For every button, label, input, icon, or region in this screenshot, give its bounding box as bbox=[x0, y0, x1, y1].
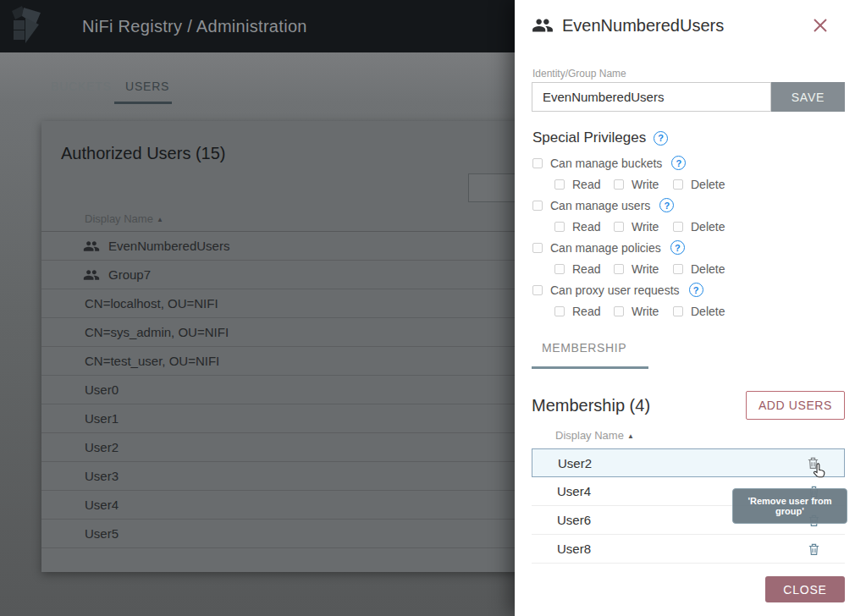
privileges-list: Can manage buckets ? Read Write Delete C… bbox=[532, 152, 845, 322]
option-label: Write bbox=[632, 262, 659, 276]
checkbox[interactable] bbox=[532, 285, 543, 295]
row-label: CN=sys_admin, OU=NIFI bbox=[85, 325, 229, 339]
option-write[interactable]: Write bbox=[614, 305, 673, 318]
option-read[interactable]: Read bbox=[554, 178, 614, 191]
remove-user-icon[interactable] bbox=[807, 542, 821, 557]
checkbox[interactable] bbox=[554, 264, 565, 274]
option-delete[interactable]: Delete bbox=[673, 220, 732, 234]
option-write[interactable]: Write bbox=[614, 220, 673, 234]
option-read[interactable]: Read bbox=[554, 262, 614, 276]
privilege-label[interactable]: Can manage policies bbox=[550, 241, 661, 255]
privilege-options: Read Write Delete bbox=[532, 300, 845, 322]
privilege-label[interactable]: Can manage users bbox=[550, 199, 650, 212]
option-delete[interactable]: Delete bbox=[673, 305, 732, 318]
option-label: Read bbox=[572, 178, 600, 191]
privilege-options: Read Write Delete bbox=[532, 216, 845, 237]
drawer-title: EvenNumberedUsers bbox=[562, 16, 724, 36]
checkbox[interactable] bbox=[673, 179, 683, 190]
option-label: Write bbox=[632, 305, 659, 318]
column-header-label: Display Name bbox=[85, 212, 153, 225]
remove-user-icon[interactable] bbox=[806, 455, 820, 470]
row-label: User2 bbox=[85, 440, 119, 454]
checkbox[interactable] bbox=[673, 222, 683, 232]
member-row-selected[interactable]: User2 bbox=[532, 448, 845, 477]
identity-name-label: Identity/Group Name bbox=[532, 68, 626, 80]
nifi-registry-app: NiFi Registry / Administration BUCKETS U… bbox=[0, 0, 866, 616]
row-label: User3 bbox=[85, 469, 119, 483]
privilege-label[interactable]: Can manage buckets bbox=[550, 157, 662, 170]
close-icon[interactable] bbox=[810, 15, 830, 36]
checkbox[interactable] bbox=[614, 179, 624, 190]
help-icon[interactable]: ? bbox=[654, 131, 668, 146]
option-label: Read bbox=[572, 262, 600, 276]
remove-user-tooltip: 'Remove user from group' bbox=[732, 488, 847, 524]
option-label: Write bbox=[632, 178, 659, 191]
group-detail-drawer: EvenNumberedUsers Identity/Group Name SA… bbox=[515, 0, 866, 616]
membership-column-header[interactable]: Display Name▲ bbox=[555, 429, 634, 442]
tab-membership[interactable]: MEMBERSHIP bbox=[532, 341, 648, 369]
tab-users[interactable]: USERS bbox=[125, 80, 169, 93]
row-label: CN=localhost, OU=NIFI bbox=[85, 296, 218, 311]
row-label: User4 bbox=[85, 498, 119, 512]
nifi-registry-logo-icon bbox=[10, 6, 49, 48]
option-label: Read bbox=[572, 305, 600, 318]
member-label: User6 bbox=[557, 513, 591, 527]
row-label: EvenNumberedUsers bbox=[108, 239, 229, 253]
member-row[interactable]: User8 bbox=[532, 535, 845, 564]
membership-header: Membership (4) ADD USERS bbox=[532, 391, 845, 420]
tab-buckets[interactable]: BUCKETS bbox=[51, 80, 112, 93]
membership-title: Membership (4) bbox=[532, 396, 650, 415]
checkbox[interactable] bbox=[614, 264, 624, 274]
help-icon[interactable]: ? bbox=[670, 240, 685, 255]
checkbox[interactable] bbox=[614, 222, 624, 232]
group-icon bbox=[83, 238, 100, 255]
group-icon bbox=[532, 14, 554, 36]
member-label: User4 bbox=[557, 484, 591, 498]
privilege-can-manage-users: Can manage users ? bbox=[532, 195, 845, 216]
option-read[interactable]: Read bbox=[554, 305, 614, 318]
checkbox[interactable] bbox=[673, 306, 683, 316]
add-users-button[interactable]: ADD USERS bbox=[746, 391, 845, 420]
checkbox[interactable] bbox=[673, 264, 683, 274]
group-icon bbox=[83, 267, 100, 283]
help-icon[interactable]: ? bbox=[671, 156, 686, 170]
row-label: User5 bbox=[85, 526, 119, 541]
option-label: Delete bbox=[691, 220, 725, 234]
display-name-column-header[interactable]: Display Name▲ bbox=[85, 212, 163, 225]
special-privileges-header: Special Privileges ? bbox=[532, 129, 668, 146]
checkbox[interactable] bbox=[554, 306, 565, 316]
checkbox[interactable] bbox=[532, 243, 543, 253]
option-write[interactable]: Write bbox=[614, 262, 673, 276]
row-label: Group7 bbox=[108, 267, 151, 282]
option-write[interactable]: Write bbox=[614, 178, 673, 191]
help-icon[interactable]: ? bbox=[689, 283, 703, 297]
privilege-can-manage-buckets: Can manage buckets ? bbox=[532, 152, 845, 173]
close-button[interactable]: CLOSE bbox=[765, 576, 845, 602]
privilege-label[interactable]: Can proxy user requests bbox=[550, 283, 680, 297]
option-label: Read bbox=[572, 220, 600, 234]
checkbox[interactable] bbox=[532, 158, 543, 168]
admin-tabs: BUCKETS USERS bbox=[0, 52, 515, 112]
checkbox[interactable] bbox=[554, 179, 565, 190]
checkbox[interactable] bbox=[532, 201, 543, 211]
column-header-label: Display Name bbox=[555, 429, 624, 442]
identity-name-input[interactable] bbox=[532, 82, 771, 112]
row-label: CN=test_user, OU=NIFI bbox=[85, 354, 219, 368]
checkbox[interactable] bbox=[554, 222, 565, 232]
checkbox[interactable] bbox=[614, 306, 624, 316]
option-read[interactable]: Read bbox=[554, 220, 614, 234]
sort-asc-icon: ▲ bbox=[627, 432, 634, 440]
row-label: User1 bbox=[85, 411, 119, 426]
option-delete[interactable]: Delete bbox=[673, 178, 732, 191]
drawer-title-row: EvenNumberedUsers bbox=[532, 14, 845, 37]
option-label: Delete bbox=[691, 305, 725, 318]
row-label: User0 bbox=[85, 382, 119, 397]
special-privileges-title: Special Privileges bbox=[532, 129, 646, 146]
privilege-can-manage-policies: Can manage policies ? bbox=[532, 237, 845, 258]
help-icon[interactable]: ? bbox=[659, 198, 674, 212]
option-delete[interactable]: Delete bbox=[673, 262, 732, 276]
option-label: Delete bbox=[691, 178, 725, 191]
app-header: NiFi Registry / Administration bbox=[0, 0, 515, 52]
active-tab-underline bbox=[114, 102, 172, 104]
save-button[interactable]: SAVE bbox=[771, 82, 845, 112]
